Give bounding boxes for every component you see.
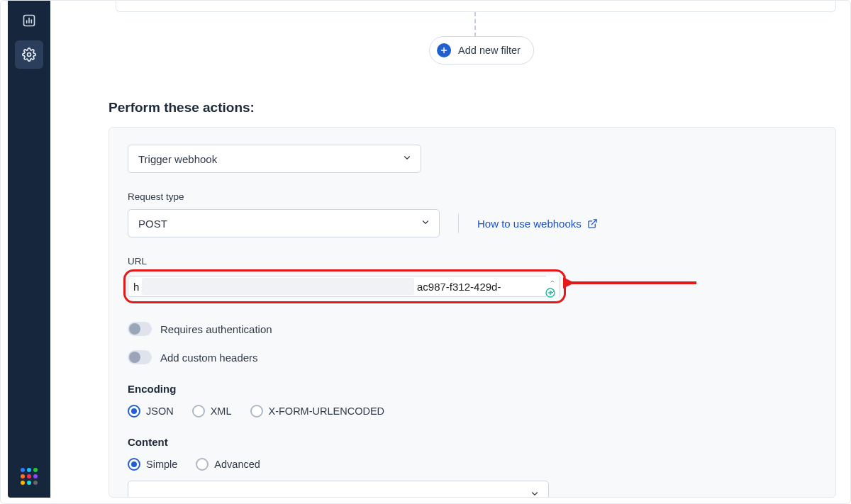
toggle-switch-off	[128, 350, 152, 364]
requires-authentication-toggle[interactable]: Requires authentication	[128, 322, 272, 336]
gear-icon	[22, 47, 36, 62]
content-simple-radio[interactable]: Simple	[128, 458, 177, 471]
left-sidebar	[8, 1, 50, 498]
app-switcher-button[interactable]	[21, 468, 38, 485]
insert-value-icon[interactable]	[545, 287, 556, 298]
toggle-label: Add custom headers	[160, 352, 258, 364]
request-type-value: POST	[138, 218, 167, 230]
action-type-value: Trigger webhook	[138, 153, 217, 165]
encoding-radio-group: JSON XML X-FORM-URLENCODED	[128, 405, 817, 418]
svg-point-4	[28, 53, 31, 57]
chart-icon	[22, 13, 36, 28]
request-type-select[interactable]: POST	[128, 209, 440, 237]
toggle-label: Requires authentication	[160, 323, 272, 335]
radio-label: XML	[211, 405, 232, 417]
radio-dot	[128, 405, 140, 418]
chevron-down-icon	[530, 489, 540, 498]
how-to-use-webhooks-link[interactable]: How to use webhooks	[477, 218, 598, 230]
url-step-up-button[interactable]	[546, 276, 559, 286]
chevron-down-icon	[402, 153, 412, 165]
howto-link-text: How to use webhooks	[477, 218, 582, 230]
content-heading: Content	[128, 436, 817, 448]
section-heading: Perform these actions:	[109, 100, 255, 116]
content-advanced-radio[interactable]: Advanced	[196, 458, 260, 471]
content-radio-group: Simple Advanced	[128, 458, 817, 471]
chevron-down-icon	[421, 218, 430, 230]
radio-dot	[192, 405, 205, 418]
url-input[interactable]	[128, 276, 560, 297]
encoding-xform-radio[interactable]: X-FORM-URLENCODED	[250, 405, 385, 418]
main-panel: Add new filter Perform these actions: Tr…	[57, 1, 843, 498]
add-filter-label: Add new filter	[458, 45, 521, 56]
radio-dot	[128, 458, 140, 471]
url-field-highlight: h ac987-f312-429d-	[128, 274, 560, 299]
action-type-select[interactable]: Trigger webhook	[128, 145, 421, 173]
vertical-divider	[458, 213, 459, 233]
radio-dot	[250, 405, 263, 418]
svg-line-7	[591, 219, 596, 224]
request-type-label: Request type	[128, 191, 817, 202]
actions-card: Trigger webhook Request type POST How to…	[109, 127, 836, 498]
radio-label: Simple	[146, 459, 177, 470]
previous-card-edge	[116, 1, 836, 12]
add-custom-headers-toggle[interactable]: Add custom headers	[128, 350, 258, 364]
radio-label: Advanced	[214, 459, 260, 470]
radio-dot	[196, 458, 208, 471]
flow-connector-line	[474, 12, 476, 37]
sidebar-analytics-button[interactable]	[15, 6, 43, 35]
sidebar-settings-button[interactable]	[15, 40, 43, 69]
annotation-arrow	[563, 274, 698, 291]
encoding-json-radio[interactable]: JSON	[128, 405, 174, 418]
content-field-select[interactable]	[128, 481, 549, 498]
add-new-filter-button[interactable]: Add new filter	[429, 36, 534, 65]
external-link-icon	[587, 218, 598, 229]
radio-label: X-FORM-URLENCODED	[269, 405, 385, 417]
url-label: URL	[128, 256, 817, 267]
toggle-switch-off	[128, 322, 152, 336]
encoding-heading: Encoding	[128, 383, 817, 395]
encoding-xml-radio[interactable]: XML	[192, 405, 232, 418]
radio-label: JSON	[146, 405, 174, 417]
plus-icon	[437, 43, 451, 57]
